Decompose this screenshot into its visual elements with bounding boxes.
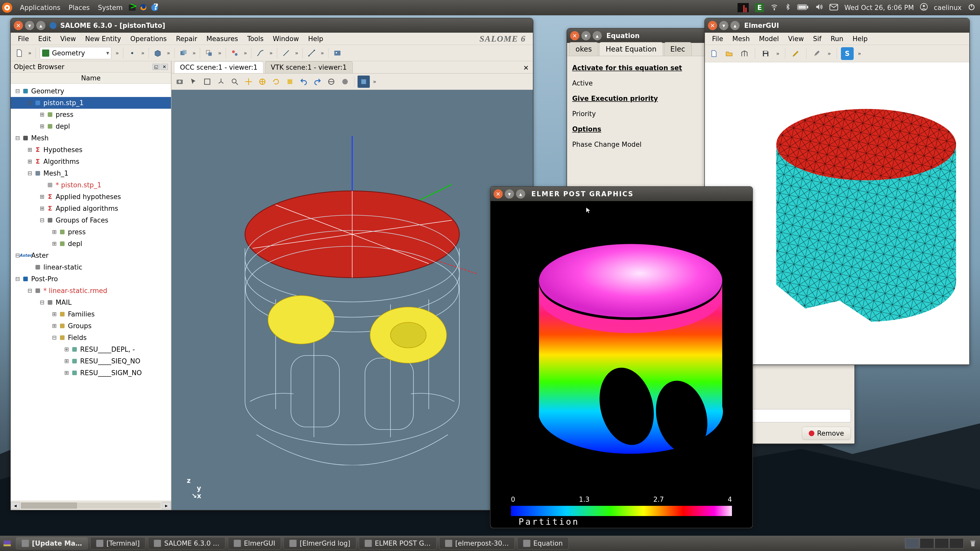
menu-new-entity[interactable]: New Entity [81, 35, 126, 43]
tree-expander-icon[interactable]: ⊞ [63, 367, 70, 379]
equation-remove-button[interactable]: Remove [802, 427, 851, 440]
redo-icon[interactable] [311, 76, 324, 88]
viewer-close-icon[interactable]: ✕ [522, 62, 530, 73]
select-icon[interactable] [187, 76, 200, 88]
equation-tab-next[interactable]: Elec [664, 42, 692, 56]
toolbar-overflow-icon[interactable]: » [268, 50, 274, 56]
menu-window[interactable]: Window [268, 35, 304, 43]
box-icon[interactable] [151, 47, 164, 59]
window-close-icon[interactable]: ✕ [708, 21, 717, 30]
clock[interactable]: Wed Oct 26, 6:06 PM [844, 4, 914, 11]
firefox-launcher-icon[interactable] [138, 2, 149, 13]
workspace-switcher[interactable] [905, 538, 964, 548]
load-mesh-icon[interactable] [738, 47, 751, 60]
elmer-menu-help[interactable]: Help [848, 35, 872, 43]
open-icon[interactable] [723, 47, 735, 60]
tree-expander-icon[interactable]: ⊞ [27, 144, 33, 156]
toolbar-overflow-icon[interactable]: » [242, 50, 248, 56]
menu-measures[interactable]: Measures [202, 35, 243, 43]
tree-item[interactable]: ⊟MAIL [11, 296, 171, 308]
scroll-left-icon[interactable]: ◂ [11, 502, 20, 509]
tree-item[interactable]: ⊞RESU____SIGM_NO [11, 367, 171, 379]
tree-item[interactable]: ⊟piston.stp_1 [11, 97, 171, 109]
point-icon[interactable] [126, 47, 138, 59]
terminal-launcher-icon[interactable]: >_ [127, 2, 138, 13]
toolbar-overflow-icon[interactable]: » [216, 50, 223, 56]
window-minimize-icon[interactable]: ▾ [25, 21, 34, 30]
equation-tab-prev[interactable]: okes [569, 42, 598, 56]
toolbar-overflow-icon[interactable]: » [371, 78, 378, 85]
tree-item[interactable]: * piston.stp_1 [11, 179, 171, 191]
tree-expander-icon[interactable]: ⊞ [63, 355, 70, 367]
tree-item[interactable]: ⊞RESU____DEPL, - [11, 344, 171, 355]
elmerpost-viewport[interactable]: 0 1.3 2.7 4 Partition [490, 201, 752, 528]
elmer-menu-file[interactable]: File [708, 35, 728, 43]
scroll-thumb[interactable] [21, 503, 77, 509]
tree-item[interactable]: ⊞Groups [11, 320, 171, 332]
user-name[interactable]: caelinux [934, 4, 962, 11]
toolbar-overflow-icon[interactable]: » [775, 50, 781, 57]
panel-close-icon[interactable]: ✕ [161, 64, 168, 70]
clip-icon[interactable] [325, 76, 337, 88]
equation-tab-heat[interactable]: Heat Equation [599, 42, 663, 56]
boolean-icon[interactable] [177, 47, 190, 59]
volume-icon[interactable] [815, 3, 823, 13]
snapshot-icon[interactable] [173, 76, 186, 88]
window-close-icon[interactable]: ✕ [570, 31, 579, 40]
zoom-icon[interactable] [229, 76, 241, 88]
menu-file[interactable]: File [13, 35, 34, 43]
bluetooth-icon[interactable] [784, 3, 791, 13]
battery-icon[interactable] [797, 3, 808, 12]
measure-icon[interactable] [305, 47, 318, 59]
menu-tools[interactable]: Tools [243, 35, 268, 43]
triad-icon[interactable] [215, 76, 227, 88]
rotate-icon[interactable] [270, 76, 282, 88]
toolbar-overflow-icon[interactable]: » [293, 50, 300, 56]
tree-expander-icon[interactable]: ⊟ [39, 296, 45, 308]
toolbar-overflow-icon[interactable]: » [856, 50, 862, 57]
tree-expander-icon[interactable]: ⊞ [51, 226, 58, 238]
tree-item[interactable]: linear-static [11, 261, 171, 273]
tree-expander-icon[interactable]: ⊞ [51, 320, 58, 332]
view-params-icon[interactable] [358, 76, 370, 88]
window-minimize-icon[interactable]: ▾ [719, 21, 729, 30]
tree-expander-icon[interactable]: ⊞ [39, 121, 45, 132]
object-browser-column-header[interactable]: Name [11, 72, 171, 84]
view-front-icon[interactable] [284, 76, 296, 88]
curve-icon[interactable] [254, 47, 267, 59]
tree-item[interactable]: ⊟Post-Pro [11, 273, 171, 285]
salome-titlebar[interactable]: ✕ ▾ ▴ SALOME 6.3.0 - [pistonTuto] [11, 18, 533, 33]
window-maximize-icon[interactable]: ▴ [593, 31, 602, 40]
tree-expander-icon[interactable]: ⊞ [27, 156, 33, 167]
mail-icon[interactable] [829, 3, 838, 12]
3d-viewport[interactable]: z y ↘x [172, 90, 533, 510]
elmer-menu-mesh[interactable]: Mesh [728, 35, 754, 43]
elmer-menu-run[interactable]: Run [826, 35, 848, 43]
tree-item[interactable]: ⊟Mesh_1 [11, 167, 171, 179]
elmer-menu-sif[interactable]: Sif [808, 35, 826, 43]
tree-item[interactable]: ⊟Geometry [11, 85, 171, 97]
tree-item[interactable]: ⊟Groups of Faces [11, 214, 171, 226]
tree-item[interactable]: ⊟* linear-static.rmed [11, 285, 171, 296]
shading-icon[interactable] [339, 76, 351, 88]
tree-expander-icon[interactable]: ⊞ [51, 308, 58, 320]
tree-expander-icon[interactable]: ⊟ [27, 285, 33, 296]
elmer-menu-model[interactable]: Model [754, 35, 783, 43]
wifi-icon[interactable] [770, 3, 778, 13]
tree-item[interactable]: ⊟Fields [11, 332, 171, 344]
shutdown-icon[interactable] [968, 3, 975, 13]
settings-icon[interactable] [811, 47, 823, 60]
window-maximize-icon[interactable]: ▴ [730, 21, 740, 30]
app-indicator-icon[interactable]: E [755, 3, 764, 12]
taskbar-item[interactable]: ElmerGUI [228, 537, 281, 549]
picture-icon[interactable] [331, 47, 344, 59]
help-launcher-icon[interactable]: ? [149, 2, 160, 13]
elmer-menu-view[interactable]: View [783, 35, 808, 43]
tree-item[interactable]: ⊞depl [11, 238, 171, 250]
workspace-2[interactable] [920, 538, 934, 548]
fit-icon[interactable] [201, 76, 213, 88]
module-selector[interactable]: Geometry ▾ [40, 47, 111, 59]
tree-item[interactable]: ⊞depl [11, 121, 171, 132]
tree-expander-icon[interactable]: ⊞ [39, 191, 45, 203]
elmergui-titlebar[interactable]: ✕ ▾ ▴ ElmerGUI [705, 18, 969, 33]
